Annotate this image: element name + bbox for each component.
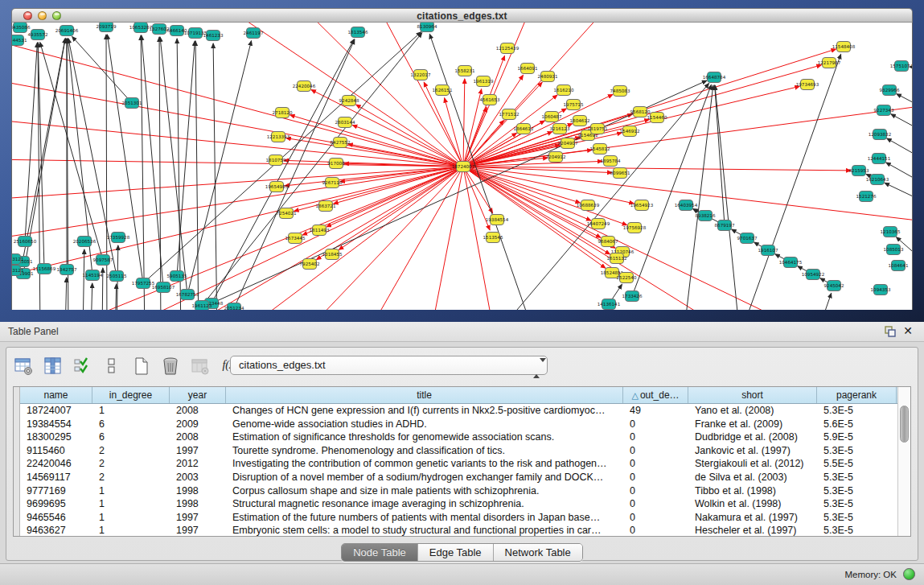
graph-node-label: 7925402 (300, 262, 320, 266)
tab-edge-table[interactable]: Edge Table (418, 544, 494, 561)
table-settings-icon[interactable] (13, 354, 35, 377)
table-row[interactable]: 977716911998Corpus callosum shape and si… (20, 484, 897, 498)
select-rows-icon[interactable] (72, 354, 94, 377)
table-cell: Dudbridge et al. (2008) (688, 431, 817, 444)
graph-node-label: 8215953 (849, 168, 869, 173)
graph-node-label: 1546912 (620, 129, 640, 134)
table-row[interactable]: 969969511998Structural magnetic resonanc… (20, 497, 897, 511)
graph-node-label: 1771512 (499, 112, 519, 117)
graph-node-label: 9329966 (880, 88, 900, 93)
table-cell: 1 (92, 497, 170, 511)
tab-node-table[interactable]: Node Table (342, 544, 418, 561)
table-cell: 1997 (170, 524, 226, 537)
graph-node-label: 12213393 (267, 134, 290, 139)
table-cell: 18724007 (20, 404, 92, 418)
table-row[interactable]: 911546021997Tourette syndrome. Phenomeno… (20, 444, 897, 458)
column-header-short[interactable]: short (688, 387, 817, 403)
float-panel-icon[interactable] (884, 325, 897, 338)
column-header-name[interactable]: name (20, 387, 92, 403)
network-graph[interactable]: 4935572206914062093719106532871327602646… (12, 23, 913, 310)
memory-indicator-icon[interactable] (903, 568, 915, 580)
graph-node-label: 10954922 (802, 272, 824, 277)
graph-node-label: 1813546 (348, 30, 368, 35)
column-header-year[interactable]: year (170, 387, 226, 403)
table-cell: Estimation of significance thresholds fo… (226, 431, 623, 444)
delete-table-icon[interactable] (189, 354, 211, 377)
table-cell: 5.6E-5 (817, 418, 897, 431)
table-row[interactable]: 1872400712008Changes of HCN gene express… (20, 404, 897, 418)
graph-node-label: 1933121 (12, 257, 24, 262)
citation-edge-red (463, 167, 851, 171)
graph-node-label: 1804612 (570, 118, 590, 123)
table-cell: 0 (623, 511, 688, 525)
new-document-icon[interactable] (130, 354, 153, 377)
table-cell: 9463627 (20, 524, 92, 537)
table-cell: Stergiakouli et al. (2012) (688, 457, 817, 471)
graph-node-label: 1626151 (433, 88, 453, 93)
citation-edge-black (897, 94, 913, 119)
citation-edge-red (12, 167, 463, 280)
graph-node-label: 19756928 (623, 225, 647, 230)
citation-edge-red (463, 75, 524, 167)
citation-edge-black (65, 278, 67, 310)
graph-node-label: 8679197 (715, 223, 735, 228)
citation-edge-black (91, 283, 92, 310)
table-row[interactable]: 1830029562008Estimation of significance … (20, 431, 897, 444)
graph-node-label: 17359928 (107, 235, 130, 240)
table-cell: 49 (623, 404, 688, 418)
graph-node-label: 20691406 (55, 28, 79, 33)
citation-edge-red (334, 167, 463, 204)
table-cell: 18300295 (20, 431, 92, 444)
citation-edge-black (115, 284, 117, 310)
table-row[interactable]: 946554611997Estimation of the future num… (20, 511, 897, 525)
column-header-in_degree[interactable]: in_degree (92, 387, 170, 403)
row-height-icon[interactable] (101, 354, 123, 377)
column-header-out_de[interactable]: △out_de… (623, 387, 688, 403)
graph-node-label: 1810759 (266, 158, 286, 163)
table-row[interactable]: 946362711997Embryonic stem cells: a mode… (20, 524, 897, 537)
graph-node-label: 19384554 (486, 217, 509, 222)
column-header-pagerank[interactable]: pagerank (817, 387, 897, 403)
table-cell: 1997 (170, 444, 226, 458)
graph-node-label: 1094353 (871, 287, 891, 292)
table-row[interactable]: 1938455462009Genome-wide association stu… (20, 418, 897, 431)
citation-edge-red (463, 103, 913, 167)
tab-network-table[interactable]: Network Table (494, 544, 582, 561)
scrollbar-thumb[interactable] (900, 406, 909, 443)
table-row[interactable]: 2242004622012Investigating the contribut… (20, 457, 897, 471)
graph-node-label: 2522540 (617, 275, 637, 280)
table-grid: namein_degreeyeartitle△out_de…shortpager… (20, 387, 897, 537)
close-panel-icon[interactable]: ✕ (901, 324, 914, 337)
citation-edge-black (195, 41, 199, 310)
citation-edge-black (887, 138, 913, 171)
table-cell: 9465546 (20, 511, 92, 525)
graph-node-label: 1085013 (884, 247, 904, 252)
graph-node-label: 9227343 (874, 108, 894, 113)
table-cell: 2008 (170, 404, 226, 418)
graph-node-label: 1145194 (83, 273, 103, 278)
vertical-scrollbar[interactable] (897, 387, 910, 536)
network-window-titlebar[interactable]: citations_edges.txt (11, 8, 913, 23)
network-select-combobox[interactable]: citations_edges.txt (230, 356, 548, 375)
table-cell: 5.5E-5 (817, 457, 897, 471)
table-cell: 2 (92, 471, 170, 484)
table-column-icon[interactable] (42, 354, 64, 377)
graph-node-label: 25160650 (14, 239, 37, 244)
graph-node-label: 14136141 (598, 302, 621, 307)
citation-edge-black (25, 43, 37, 241)
table-cell: 2 (92, 444, 170, 458)
graph-node-label: 1895784 (601, 159, 621, 163)
table-cell: 0 (623, 418, 688, 431)
graph-node-label: 1961319 (474, 79, 494, 84)
graph-node-label: 7254021 (277, 211, 297, 216)
column-header-title[interactable]: title (226, 387, 623, 403)
network-canvas[interactable]: 4935572206914062093719106532871327602646… (11, 23, 913, 310)
table-row[interactable]: 1456911722003Disruption of a novel membe… (20, 471, 897, 484)
delete-rows-trash-icon[interactable] (159, 354, 182, 377)
table-cell: Tibbo et al. (1998) (688, 484, 817, 498)
table-cell: 6 (92, 431, 170, 444)
table-cell: 2008 (170, 431, 226, 444)
graph-node-label: 19654985 (265, 184, 289, 189)
graph-node-label: 8130964 (417, 24, 437, 29)
table-cell: 6 (92, 418, 170, 431)
